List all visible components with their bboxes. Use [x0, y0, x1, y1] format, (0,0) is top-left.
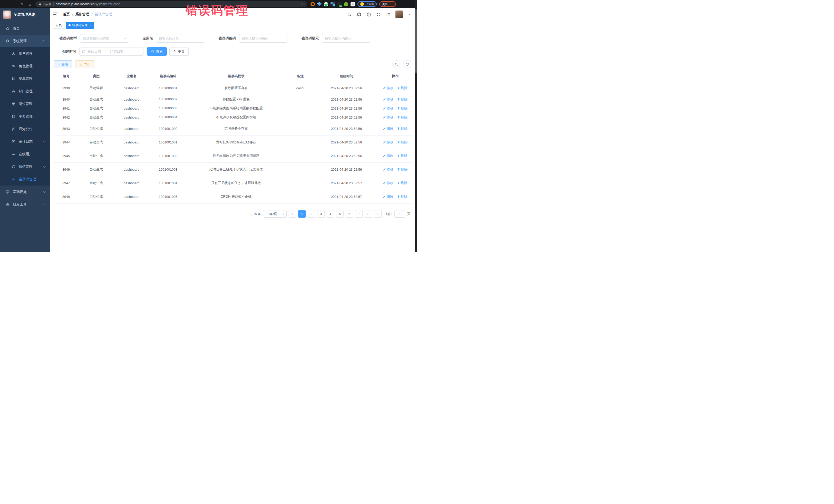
- tab-close-icon[interactable]: ×: [90, 23, 91, 27]
- end-date-placeholder: 结束日期: [110, 49, 124, 54]
- next-page-button[interactable]: ›: [374, 210, 381, 218]
- extension-gem-icon[interactable]: [317, 2, 322, 6]
- delete-link[interactable]: 删除: [397, 181, 408, 185]
- delete-link[interactable]: 删除: [397, 194, 408, 199]
- browser-forward-icon[interactable]: →: [11, 1, 17, 7]
- sidebar-item-home[interactable]: 首页: [0, 22, 50, 35]
- sidebar-item-role-management[interactable]: 角色管理: [0, 60, 50, 72]
- refresh-table-button[interactable]: [403, 60, 411, 68]
- security-label: 不安全: [43, 2, 51, 6]
- sidebar-item-infrastructure[interactable]: 基础设施: [0, 185, 50, 198]
- edit-pencil-icon: [383, 195, 386, 198]
- page-button-3[interactable]: 3: [317, 210, 325, 218]
- page-button-5[interactable]: 5: [336, 210, 344, 218]
- window-scrollbar[interactable]: [415, 0, 417, 252]
- page-button-4[interactable]: 4: [327, 210, 334, 218]
- page-size-select[interactable]: 10条/页: [263, 210, 287, 218]
- edit-link[interactable]: 修改: [383, 140, 393, 145]
- font-size-icon[interactable]: тT: [386, 12, 390, 17]
- browser-update-button[interactable]: 更新 ⋮: [379, 1, 396, 7]
- bookmark-star-icon[interactable]: ☆: [301, 2, 304, 6]
- tab-error-code[interactable]: 错误码管理 ×: [66, 22, 94, 29]
- export-button[interactable]: 导出: [75, 60, 95, 68]
- pagination-ellipsis[interactable]: •••: [355, 210, 363, 218]
- prev-page-button[interactable]: ‹: [289, 210, 296, 218]
- browser-home-icon[interactable]: ⌂: [27, 1, 33, 7]
- github-icon[interactable]: [357, 12, 361, 17]
- page-button-1[interactable]: 1: [298, 210, 306, 218]
- delete-link[interactable]: 删除: [397, 115, 408, 119]
- error-msg-input[interactable]: [322, 34, 370, 43]
- edit-link[interactable]: 修改: [383, 97, 393, 102]
- extension-list-on-icon[interactable]: [337, 2, 342, 6]
- page-button-8[interactable]: 8: [365, 210, 372, 218]
- extension-person-icon[interactable]: [344, 2, 348, 6]
- sidebar-item-menu-management[interactable]: 菜单管理: [0, 72, 50, 85]
- sidebar-item-dept-management[interactable]: 部门管理: [0, 85, 50, 97]
- reset-button[interactable]: ↻ 重置: [169, 47, 189, 56]
- browser-reload-icon[interactable]: ↻: [19, 1, 25, 7]
- app-logo-row[interactable]: 芋道管理系统: [0, 8, 50, 21]
- edit-link[interactable]: 修改: [383, 194, 393, 199]
- tab-home[interactable]: 首页: [53, 22, 64, 29]
- sidebar-item-user-management[interactable]: 用户管理: [0, 47, 50, 60]
- search-icon[interactable]: [347, 12, 352, 17]
- delete-link[interactable]: 删除: [397, 153, 408, 158]
- page-button-2[interactable]: 2: [308, 210, 315, 218]
- cell-code: 1001000001: [149, 81, 187, 95]
- date-range-picker[interactable]: 开始日期 - 结束日期: [79, 47, 144, 56]
- sidebar-item-post-management[interactable]: 岗位管理: [0, 97, 50, 110]
- goto-page-input[interactable]: [394, 210, 405, 218]
- search-button[interactable]: 搜索: [147, 47, 167, 56]
- extensions-puzzle-icon[interactable]: [351, 2, 355, 6]
- error-type-select[interactable]: 请选择错误码类型: [80, 34, 128, 43]
- app-header: 首页 / 系统管理 / 错误码管理 тT: [50, 8, 415, 21]
- extension-grid-icon[interactable]: [331, 2, 335, 6]
- toggle-search-button[interactable]: [392, 60, 400, 68]
- browser-menu-dots-icon[interactable]: ⋮: [390, 2, 393, 6]
- edit-link[interactable]: 修改: [383, 126, 393, 131]
- delete-link[interactable]: 删除: [397, 106, 408, 111]
- edit-link[interactable]: 修改: [383, 106, 393, 111]
- sidebar-item-audit-log[interactable]: 审计日志: [0, 135, 50, 148]
- app-name-input[interactable]: [156, 34, 204, 43]
- delete-link[interactable]: 删除: [397, 167, 408, 172]
- sidebar-item-online-users[interactable]: ∞在线用户: [0, 148, 50, 160]
- edit-link[interactable]: 修改: [383, 181, 393, 185]
- collapse-sidebar-icon[interactable]: [53, 12, 58, 17]
- sidebar-item-notice-announcement[interactable]: 通知公告: [0, 123, 50, 135]
- delete-link[interactable]: 删除: [397, 86, 408, 90]
- cell-app: dashboard: [114, 122, 149, 135]
- sidebar-item-dev-tools[interactable]: 研发工具: [0, 198, 50, 211]
- fullscreen-icon[interactable]: [376, 12, 381, 17]
- breadcrumb-home[interactable]: 首页: [63, 12, 70, 17]
- breadcrumb-system[interactable]: 系统管理: [75, 12, 89, 17]
- delete-link[interactable]: 删除: [397, 126, 408, 131]
- sidebar-item-dict-management[interactable]: 字典管理: [0, 110, 50, 123]
- edit-link[interactable]: 修改: [383, 115, 393, 119]
- user-avatar[interactable]: [395, 10, 403, 18]
- help-icon[interactable]: [367, 12, 371, 17]
- scrollbar-thumb[interactable]: [415, 9, 417, 73]
- delete-link[interactable]: 删除: [397, 140, 408, 145]
- caret-down-icon[interactable]: [408, 14, 410, 15]
- cell-create-time: 2021-04-20 23:52:56: [316, 122, 377, 135]
- error-code-label: 错误码编码: [219, 36, 236, 41]
- not-secure-warning[interactable]: 不安全: [39, 2, 51, 6]
- error-code-input[interactable]: [239, 34, 287, 43]
- extension-orange-icon[interactable]: [310, 2, 315, 6]
- edit-link[interactable]: 修改: [383, 167, 393, 172]
- profile-pill[interactable]: 已暂停: [357, 1, 377, 7]
- address-bar[interactable]: 不安全 dashboard.yudao.iocoder.cn/system/er…: [36, 1, 307, 7]
- edit-link[interactable]: 修改: [383, 86, 393, 90]
- page-button-6[interactable]: 6: [346, 210, 353, 218]
- edit-link[interactable]: 修改: [383, 153, 393, 158]
- sidebar-item-system-management[interactable]: ⚙系统管理: [0, 35, 50, 47]
- add-button[interactable]: + 新增: [54, 60, 72, 68]
- sidebar-item-error-code-management[interactable]: </>错误码管理: [0, 173, 50, 185]
- sidebar-item-sms-management[interactable]: 短信管理: [0, 160, 50, 173]
- cell-app: dashboard: [114, 95, 149, 104]
- extension-green-v-icon[interactable]: V: [324, 2, 328, 6]
- browser-back-icon[interactable]: ←: [3, 1, 8, 7]
- delete-link[interactable]: 删除: [397, 97, 408, 102]
